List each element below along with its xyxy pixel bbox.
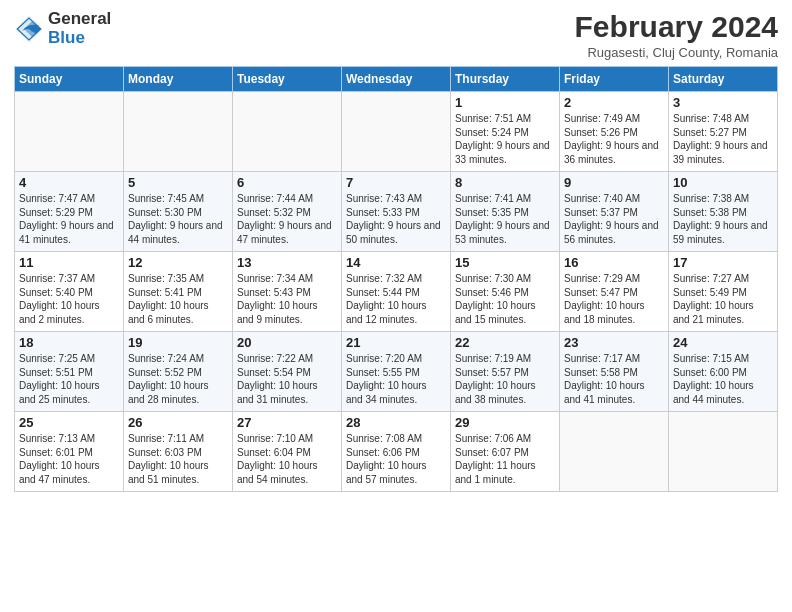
- header-friday: Friday: [560, 67, 669, 92]
- day-info: Sunrise: 7:29 AM Sunset: 5:47 PM Dayligh…: [564, 272, 664, 326]
- day-info: Sunrise: 7:44 AM Sunset: 5:32 PM Dayligh…: [237, 192, 337, 246]
- day-number: 9: [564, 175, 664, 190]
- table-row: 6Sunrise: 7:44 AM Sunset: 5:32 PM Daylig…: [233, 172, 342, 252]
- header-wednesday: Wednesday: [342, 67, 451, 92]
- day-info: Sunrise: 7:20 AM Sunset: 5:55 PM Dayligh…: [346, 352, 446, 406]
- day-info: Sunrise: 7:19 AM Sunset: 5:57 PM Dayligh…: [455, 352, 555, 406]
- day-number: 18: [19, 335, 119, 350]
- day-info: Sunrise: 7:38 AM Sunset: 5:38 PM Dayligh…: [673, 192, 773, 246]
- day-number: 7: [346, 175, 446, 190]
- day-number: 4: [19, 175, 119, 190]
- table-row: 14Sunrise: 7:32 AM Sunset: 5:44 PM Dayli…: [342, 252, 451, 332]
- table-row: 12Sunrise: 7:35 AM Sunset: 5:41 PM Dayli…: [124, 252, 233, 332]
- logo-text: General Blue: [48, 10, 111, 47]
- day-info: Sunrise: 7:08 AM Sunset: 6:06 PM Dayligh…: [346, 432, 446, 486]
- table-row: 7Sunrise: 7:43 AM Sunset: 5:33 PM Daylig…: [342, 172, 451, 252]
- day-number: 16: [564, 255, 664, 270]
- table-row: 23Sunrise: 7:17 AM Sunset: 5:58 PM Dayli…: [560, 332, 669, 412]
- day-number: 25: [19, 415, 119, 430]
- day-info: Sunrise: 7:22 AM Sunset: 5:54 PM Dayligh…: [237, 352, 337, 406]
- table-row: 28Sunrise: 7:08 AM Sunset: 6:06 PM Dayli…: [342, 412, 451, 492]
- day-info: Sunrise: 7:51 AM Sunset: 5:24 PM Dayligh…: [455, 112, 555, 166]
- day-info: Sunrise: 7:17 AM Sunset: 5:58 PM Dayligh…: [564, 352, 664, 406]
- day-number: 21: [346, 335, 446, 350]
- day-number: 23: [564, 335, 664, 350]
- day-number: 14: [346, 255, 446, 270]
- day-info: Sunrise: 7:45 AM Sunset: 5:30 PM Dayligh…: [128, 192, 228, 246]
- day-info: Sunrise: 7:24 AM Sunset: 5:52 PM Dayligh…: [128, 352, 228, 406]
- table-row: 17Sunrise: 7:27 AM Sunset: 5:49 PM Dayli…: [669, 252, 778, 332]
- day-number: 13: [237, 255, 337, 270]
- calendar-title: February 2024: [575, 10, 778, 43]
- table-row: 1Sunrise: 7:51 AM Sunset: 5:24 PM Daylig…: [451, 92, 560, 172]
- table-row: 8Sunrise: 7:41 AM Sunset: 5:35 PM Daylig…: [451, 172, 560, 252]
- header-monday: Monday: [124, 67, 233, 92]
- logo-icon: [14, 14, 44, 44]
- day-info: Sunrise: 7:30 AM Sunset: 5:46 PM Dayligh…: [455, 272, 555, 326]
- table-row: 22Sunrise: 7:19 AM Sunset: 5:57 PM Dayli…: [451, 332, 560, 412]
- day-number: 27: [237, 415, 337, 430]
- day-info: Sunrise: 7:47 AM Sunset: 5:29 PM Dayligh…: [19, 192, 119, 246]
- calendar-week-row: 11Sunrise: 7:37 AM Sunset: 5:40 PM Dayli…: [15, 252, 778, 332]
- day-number: 3: [673, 95, 773, 110]
- header: General Blue February 2024 Rugasesti, Cl…: [14, 10, 778, 60]
- day-info: Sunrise: 7:25 AM Sunset: 5:51 PM Dayligh…: [19, 352, 119, 406]
- day-number: 5: [128, 175, 228, 190]
- calendar-week-row: 18Sunrise: 7:25 AM Sunset: 5:51 PM Dayli…: [15, 332, 778, 412]
- table-row: 19Sunrise: 7:24 AM Sunset: 5:52 PM Dayli…: [124, 332, 233, 412]
- day-number: 28: [346, 415, 446, 430]
- table-row: [669, 412, 778, 492]
- table-row: [233, 92, 342, 172]
- day-number: 12: [128, 255, 228, 270]
- day-number: 22: [455, 335, 555, 350]
- day-number: 26: [128, 415, 228, 430]
- table-row: 4Sunrise: 7:47 AM Sunset: 5:29 PM Daylig…: [15, 172, 124, 252]
- day-info: Sunrise: 7:43 AM Sunset: 5:33 PM Dayligh…: [346, 192, 446, 246]
- table-row: 3Sunrise: 7:48 AM Sunset: 5:27 PM Daylig…: [669, 92, 778, 172]
- table-row: 2Sunrise: 7:49 AM Sunset: 5:26 PM Daylig…: [560, 92, 669, 172]
- table-row: 13Sunrise: 7:34 AM Sunset: 5:43 PM Dayli…: [233, 252, 342, 332]
- table-row: 25Sunrise: 7:13 AM Sunset: 6:01 PM Dayli…: [15, 412, 124, 492]
- day-number: 2: [564, 95, 664, 110]
- day-info: Sunrise: 7:34 AM Sunset: 5:43 PM Dayligh…: [237, 272, 337, 326]
- day-number: 1: [455, 95, 555, 110]
- day-info: Sunrise: 7:37 AM Sunset: 5:40 PM Dayligh…: [19, 272, 119, 326]
- day-number: 11: [19, 255, 119, 270]
- header-tuesday: Tuesday: [233, 67, 342, 92]
- day-number: 19: [128, 335, 228, 350]
- day-info: Sunrise: 7:13 AM Sunset: 6:01 PM Dayligh…: [19, 432, 119, 486]
- table-row: 20Sunrise: 7:22 AM Sunset: 5:54 PM Dayli…: [233, 332, 342, 412]
- table-row: 11Sunrise: 7:37 AM Sunset: 5:40 PM Dayli…: [15, 252, 124, 332]
- day-info: Sunrise: 7:49 AM Sunset: 5:26 PM Dayligh…: [564, 112, 664, 166]
- calendar-table: Sunday Monday Tuesday Wednesday Thursday…: [14, 66, 778, 492]
- table-row: [342, 92, 451, 172]
- calendar-week-row: 1Sunrise: 7:51 AM Sunset: 5:24 PM Daylig…: [15, 92, 778, 172]
- day-info: Sunrise: 7:32 AM Sunset: 5:44 PM Dayligh…: [346, 272, 446, 326]
- day-info: Sunrise: 7:11 AM Sunset: 6:03 PM Dayligh…: [128, 432, 228, 486]
- table-row: [15, 92, 124, 172]
- calendar-page: General Blue February 2024 Rugasesti, Cl…: [0, 0, 792, 612]
- table-row: 26Sunrise: 7:11 AM Sunset: 6:03 PM Dayli…: [124, 412, 233, 492]
- day-number: 8: [455, 175, 555, 190]
- title-block: February 2024 Rugasesti, Cluj County, Ro…: [575, 10, 778, 60]
- table-row: 9Sunrise: 7:40 AM Sunset: 5:37 PM Daylig…: [560, 172, 669, 252]
- day-info: Sunrise: 7:15 AM Sunset: 6:00 PM Dayligh…: [673, 352, 773, 406]
- day-info: Sunrise: 7:27 AM Sunset: 5:49 PM Dayligh…: [673, 272, 773, 326]
- table-row: 15Sunrise: 7:30 AM Sunset: 5:46 PM Dayli…: [451, 252, 560, 332]
- logo-general: General: [48, 10, 111, 29]
- day-info: Sunrise: 7:48 AM Sunset: 5:27 PM Dayligh…: [673, 112, 773, 166]
- calendar-week-row: 4Sunrise: 7:47 AM Sunset: 5:29 PM Daylig…: [15, 172, 778, 252]
- day-number: 15: [455, 255, 555, 270]
- day-info: Sunrise: 7:10 AM Sunset: 6:04 PM Dayligh…: [237, 432, 337, 486]
- table-row: 21Sunrise: 7:20 AM Sunset: 5:55 PM Dayli…: [342, 332, 451, 412]
- table-row: 24Sunrise: 7:15 AM Sunset: 6:00 PM Dayli…: [669, 332, 778, 412]
- table-row: 29Sunrise: 7:06 AM Sunset: 6:07 PM Dayli…: [451, 412, 560, 492]
- day-number: 10: [673, 175, 773, 190]
- day-info: Sunrise: 7:06 AM Sunset: 6:07 PM Dayligh…: [455, 432, 555, 486]
- logo-blue: Blue: [48, 29, 111, 48]
- table-row: [560, 412, 669, 492]
- table-row: 18Sunrise: 7:25 AM Sunset: 5:51 PM Dayli…: [15, 332, 124, 412]
- day-number: 20: [237, 335, 337, 350]
- table-row: [124, 92, 233, 172]
- day-number: 17: [673, 255, 773, 270]
